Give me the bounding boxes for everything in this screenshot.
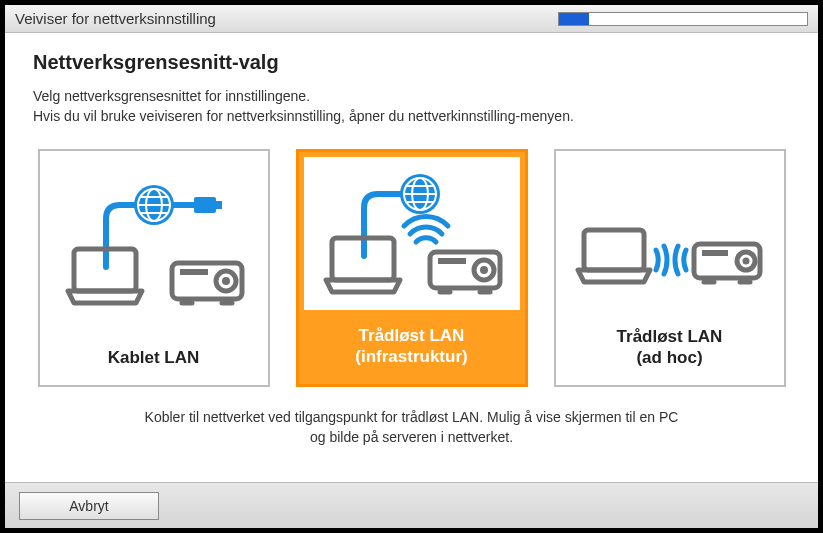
- option-label: Trådløst LAN (ad hoc): [556, 316, 784, 385]
- titlebar: Veiviser for nettverksinnstilling: [5, 5, 818, 33]
- wired-lan-icon: [54, 169, 254, 319]
- svg-rect-28: [584, 230, 644, 270]
- svg-rect-12: [180, 269, 208, 275]
- svg-point-24: [480, 266, 488, 274]
- option-wireless-adhoc[interactable]: Trådløst LAN (ad hoc): [554, 149, 786, 387]
- footer: Avbryt: [5, 482, 818, 528]
- window-title: Veiviser for nettverksinnstilling: [15, 10, 216, 27]
- content-area: Nettverksgrensesnitt-valg Velg nettverks…: [5, 33, 818, 447]
- wireless-infra-illustration: [304, 157, 520, 311]
- page-subtext: Velg nettverksgrensesnittet for innstill…: [33, 86, 790, 127]
- wizard-window: Veiviser for nettverksinnstilling Nettve…: [0, 0, 823, 533]
- subtext-line1: Velg nettverksgrensesnittet for innstill…: [33, 86, 790, 106]
- option-row: Kablet LAN: [33, 149, 790, 387]
- option-label: Trådløst LAN (infrastruktur): [299, 315, 525, 384]
- option-description: Kobler til nettverket ved tilgangspunkt …: [33, 407, 790, 448]
- progress-bar: [558, 12, 808, 26]
- wired-lan-illustration: [46, 157, 262, 332]
- option-label: Kablet LAN: [40, 337, 268, 384]
- description-line2: og bilde på serveren i nettverket.: [73, 427, 750, 447]
- cancel-button[interactable]: Avbryt: [19, 492, 159, 520]
- svg-rect-0: [194, 197, 216, 213]
- svg-rect-22: [430, 252, 500, 288]
- wireless-infra-icon: [312, 158, 512, 308]
- svg-rect-29: [694, 244, 760, 278]
- svg-rect-1: [216, 201, 222, 209]
- description-line1: Kobler til nettverket ved tilgangspunkt …: [73, 407, 750, 427]
- svg-rect-25: [438, 258, 466, 264]
- wireless-adhoc-illustration: [562, 157, 778, 311]
- svg-rect-32: [702, 250, 728, 256]
- svg-rect-9: [172, 263, 242, 299]
- subtext-line2: Hvis du vil bruke veiviseren for nettver…: [33, 106, 790, 126]
- option-wireless-infrastructure[interactable]: Trådløst LAN (infrastruktur): [296, 149, 528, 387]
- wireless-adhoc-icon: [570, 158, 770, 308]
- option-wired-lan[interactable]: Kablet LAN: [38, 149, 270, 387]
- svg-point-11: [222, 277, 230, 285]
- page-heading: Nettverksgrensesnitt-valg: [33, 51, 790, 74]
- svg-point-31: [742, 258, 749, 265]
- progress-fill: [559, 13, 589, 25]
